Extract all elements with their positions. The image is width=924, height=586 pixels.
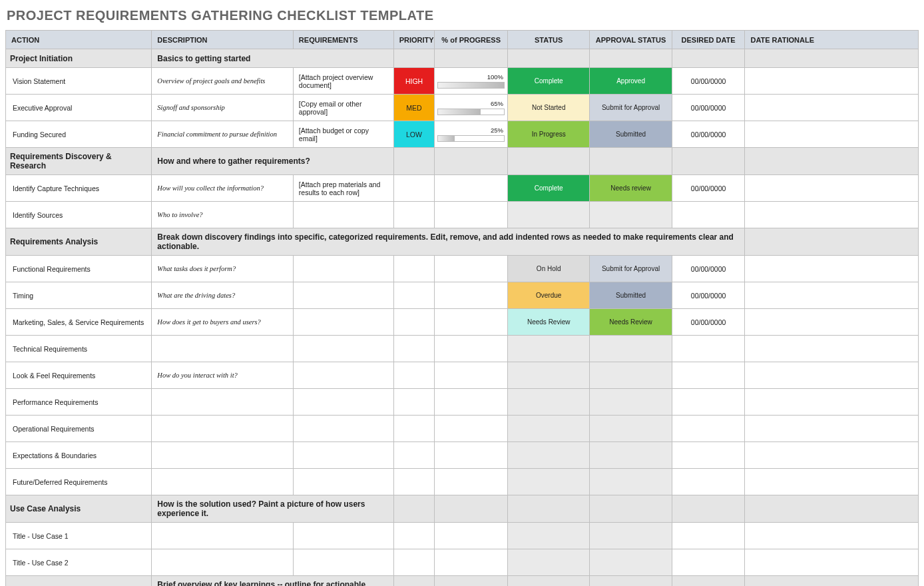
action-cell[interactable]: Identify Sources bbox=[6, 202, 152, 228]
approval-cell[interactable]: Submitted bbox=[590, 282, 672, 309]
requirements-cell[interactable] bbox=[293, 256, 393, 282]
status-cell[interactable] bbox=[508, 362, 590, 389]
requirements-cell[interactable]: [Attach budget or copy email] bbox=[293, 121, 393, 148]
description-cell[interactable] bbox=[152, 416, 294, 442]
description-cell[interactable]: Signoff and sponsorship bbox=[152, 95, 294, 121]
action-cell[interactable]: Functional Requirements bbox=[6, 256, 152, 282]
priority-cell[interactable] bbox=[393, 362, 435, 389]
progress-cell[interactable] bbox=[435, 362, 508, 389]
action-cell[interactable]: Title - Use Case 1 bbox=[6, 523, 152, 549]
status-cell[interactable]: In Progress bbox=[508, 121, 590, 148]
date-rationale-cell[interactable] bbox=[745, 68, 919, 95]
requirements-cell[interactable] bbox=[293, 389, 393, 416]
status-cell[interactable] bbox=[508, 523, 590, 549]
description-cell[interactable]: Financial commitment to pursue definitio… bbox=[152, 121, 294, 148]
progress-cell[interactable] bbox=[435, 442, 508, 469]
priority-cell[interactable] bbox=[393, 523, 435, 549]
desired-date-cell[interactable] bbox=[672, 442, 745, 469]
date-rationale-cell[interactable] bbox=[745, 362, 919, 389]
action-cell[interactable]: Marketing, Sales, & Service Requirements bbox=[6, 309, 152, 336]
progress-cell[interactable] bbox=[435, 416, 508, 442]
date-rationale-cell[interactable] bbox=[745, 416, 919, 442]
priority-cell[interactable] bbox=[393, 549, 435, 576]
status-cell[interactable] bbox=[508, 442, 590, 469]
requirements-cell[interactable] bbox=[293, 336, 393, 362]
approval-cell[interactable] bbox=[590, 336, 672, 362]
description-cell[interactable]: How will you collect the information? bbox=[152, 175, 294, 202]
approval-cell[interactable] bbox=[590, 469, 672, 495]
desired-date-cell[interactable] bbox=[672, 389, 745, 416]
progress-cell[interactable]: 25% bbox=[435, 121, 508, 148]
approval-cell[interactable] bbox=[590, 549, 672, 576]
priority-cell[interactable]: LOW bbox=[393, 121, 435, 148]
priority-cell[interactable] bbox=[393, 469, 435, 495]
desired-date-cell[interactable]: 00/00/0000 bbox=[672, 95, 745, 121]
progress-cell[interactable] bbox=[435, 336, 508, 362]
approval-cell[interactable]: Approved bbox=[590, 68, 672, 95]
date-rationale-cell[interactable] bbox=[745, 95, 919, 121]
approval-cell[interactable]: Submit for Approval bbox=[590, 95, 672, 121]
requirements-cell[interactable] bbox=[293, 416, 393, 442]
requirements-cell[interactable]: [Attach project overview document] bbox=[293, 68, 393, 95]
desired-date-cell[interactable] bbox=[672, 336, 745, 362]
desired-date-cell[interactable]: 00/00/0000 bbox=[672, 256, 745, 282]
requirements-cell[interactable] bbox=[293, 362, 393, 389]
date-rationale-cell[interactable] bbox=[745, 282, 919, 309]
description-cell[interactable] bbox=[152, 549, 294, 576]
desired-date-cell[interactable] bbox=[672, 523, 745, 549]
action-cell[interactable]: Technical Requirements bbox=[6, 336, 152, 362]
priority-cell[interactable] bbox=[393, 282, 435, 309]
action-cell[interactable]: Title - Use Case 2 bbox=[6, 549, 152, 576]
priority-cell[interactable] bbox=[393, 256, 435, 282]
progress-cell[interactable] bbox=[435, 523, 508, 549]
action-cell[interactable]: Identify Capture Techniques bbox=[6, 175, 152, 202]
date-rationale-cell[interactable] bbox=[745, 309, 919, 336]
approval-cell[interactable]: Submitted bbox=[590, 121, 672, 148]
action-cell[interactable]: Future/Deferred Requirements bbox=[6, 469, 152, 495]
desired-date-cell[interactable] bbox=[672, 549, 745, 576]
description-cell[interactable]: How do you interact with it? bbox=[152, 362, 294, 389]
description-cell[interactable] bbox=[152, 469, 294, 495]
status-cell[interactable] bbox=[508, 549, 590, 576]
approval-cell[interactable]: Submit for Approval bbox=[590, 256, 672, 282]
action-cell[interactable]: Executive Approval bbox=[6, 95, 152, 121]
date-rationale-cell[interactable] bbox=[745, 523, 919, 549]
status-cell[interactable] bbox=[508, 389, 590, 416]
description-cell[interactable] bbox=[152, 389, 294, 416]
action-cell[interactable]: Performance Requirements bbox=[6, 389, 152, 416]
requirements-cell[interactable] bbox=[293, 282, 393, 309]
description-cell[interactable]: Overview of project goals and benefits bbox=[152, 68, 294, 95]
progress-cell[interactable] bbox=[435, 175, 508, 202]
requirements-cell[interactable] bbox=[293, 202, 393, 228]
date-rationale-cell[interactable] bbox=[745, 549, 919, 576]
desired-date-cell[interactable] bbox=[672, 416, 745, 442]
requirements-cell[interactable] bbox=[293, 309, 393, 336]
requirements-cell[interactable] bbox=[293, 523, 393, 549]
status-cell[interactable]: Complete bbox=[508, 68, 590, 95]
requirements-cell[interactable]: [Attach prep materials and results to ea… bbox=[293, 175, 393, 202]
desired-date-cell[interactable]: 00/00/0000 bbox=[672, 121, 745, 148]
action-cell[interactable]: Operational Requirements bbox=[6, 416, 152, 442]
date-rationale-cell[interactable] bbox=[745, 121, 919, 148]
date-rationale-cell[interactable] bbox=[745, 469, 919, 495]
date-rationale-cell[interactable] bbox=[745, 389, 919, 416]
status-cell[interactable] bbox=[508, 202, 590, 228]
action-cell[interactable]: Funding Secured bbox=[6, 121, 152, 148]
status-cell[interactable]: On Hold bbox=[508, 256, 590, 282]
priority-cell[interactable]: HIGH bbox=[393, 68, 435, 95]
description-cell[interactable] bbox=[152, 336, 294, 362]
approval-cell[interactable]: Needs review bbox=[590, 175, 672, 202]
date-rationale-cell[interactable] bbox=[745, 256, 919, 282]
desired-date-cell[interactable]: 00/00/0000 bbox=[672, 309, 745, 336]
status-cell[interactable]: Not Started bbox=[508, 95, 590, 121]
desired-date-cell[interactable] bbox=[672, 469, 745, 495]
date-rationale-cell[interactable] bbox=[745, 442, 919, 469]
desired-date-cell[interactable]: 00/00/0000 bbox=[672, 175, 745, 202]
priority-cell[interactable] bbox=[393, 389, 435, 416]
progress-cell[interactable]: 65% bbox=[435, 95, 508, 121]
description-cell[interactable] bbox=[152, 442, 294, 469]
desired-date-cell[interactable] bbox=[672, 202, 745, 228]
description-cell[interactable]: Who to involve? bbox=[152, 202, 294, 228]
date-rationale-cell[interactable] bbox=[745, 202, 919, 228]
progress-cell[interactable] bbox=[435, 282, 508, 309]
